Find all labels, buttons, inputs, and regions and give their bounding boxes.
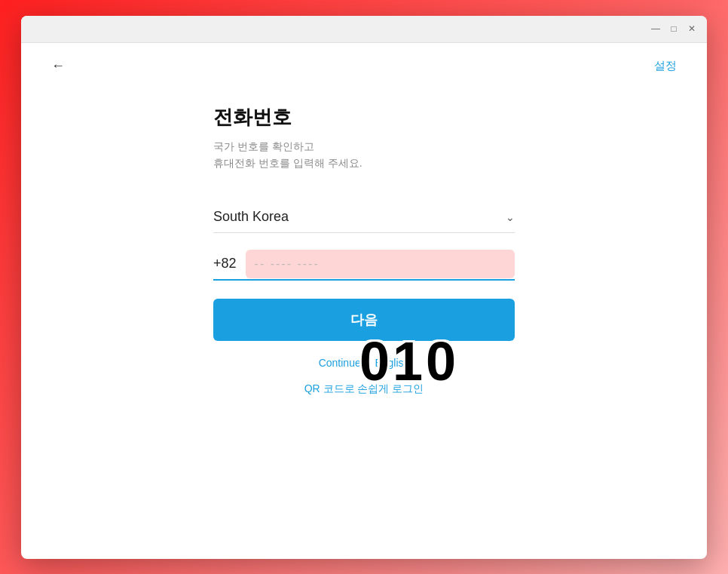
page-title: 전화번호 <box>213 104 515 130</box>
continue-english-link[interactable]: Continue in English <box>319 357 410 369</box>
phone-input[interactable] <box>255 257 506 271</box>
minimize-button[interactable]: — <box>650 23 662 35</box>
app-window: — □ ✕ ← 설정 전화번호 국가 번호를 확인하고 휴대전화 번호를 입력해… <box>21 16 707 559</box>
back-button[interactable]: ← <box>51 58 65 74</box>
maximize-button[interactable]: □ <box>668 23 680 35</box>
settings-button[interactable]: 설정 <box>654 59 677 73</box>
title-bar: — □ ✕ <box>21 16 707 43</box>
country-selector[interactable]: South Korea ⌄ <box>213 201 515 233</box>
chevron-down-icon: ⌄ <box>506 211 515 223</box>
top-nav: ← 설정 <box>21 43 707 81</box>
phone-input-row: +82 <box>213 248 515 281</box>
page-subtitle: 국가 번호를 확인하고 휴대전화 번호를 입력해 주세요. <box>213 138 515 172</box>
qr-login-link[interactable]: QR 코드로 손쉽게 로그인 <box>304 382 424 394</box>
country-code-label: +82 <box>213 248 246 279</box>
back-icon: ← <box>51 58 65 74</box>
country-name-label: South Korea <box>213 209 289 225</box>
continue-english-section: Continue in English <box>213 356 515 370</box>
phone-input-wrapper <box>246 250 515 278</box>
content-area: ← 설정 전화번호 국가 번호를 확인하고 휴대전화 번호를 입력해 주세요. … <box>21 43 707 559</box>
qr-login-section: QR 코드로 손쉽게 로그인 <box>213 382 515 396</box>
next-button[interactable]: 다음 <box>213 299 515 341</box>
close-button[interactable]: ✕ <box>686 23 698 35</box>
main-content: 전화번호 국가 번호를 확인하고 휴대전화 번호를 입력해 주세요. South… <box>183 81 545 427</box>
